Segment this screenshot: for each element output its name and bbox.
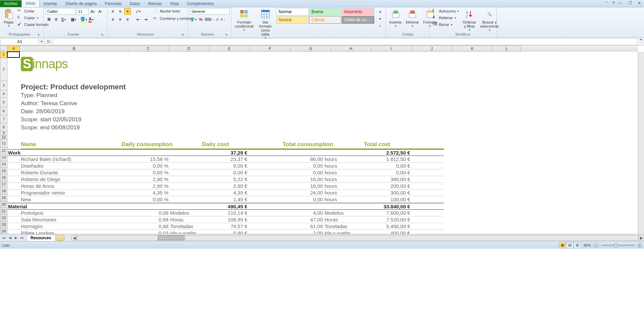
style-neutral[interactable]: Neutral (276, 16, 308, 24)
fill-color-button[interactable]: 🪣▼ (81, 16, 87, 23)
underline-button[interactable]: S▼ (60, 16, 67, 23)
align-bottom-button[interactable]: ≡ (124, 8, 131, 15)
col-header-J[interactable]: J (411, 46, 452, 52)
insert-cells-button[interactable]: Insertar▼ (388, 8, 403, 28)
increase-indent-button[interactable]: ⇥ (142, 16, 149, 23)
comma-format-button[interactable]: 000 (205, 16, 211, 23)
styles-more[interactable]: ≡ (377, 23, 384, 30)
style-calculation[interactable]: Cálculo (309, 16, 341, 24)
row-header-18[interactable]: 18 (0, 188, 7, 195)
row-header-20[interactable]: 20 (0, 201, 7, 208)
paste-button[interactable]: Pegar ▼ (2, 8, 15, 29)
row-header-6[interactable]: 6 (0, 107, 7, 115)
tab-diseño-de-página[interactable]: Diseño de página (61, 0, 101, 7)
align-center-button[interactable]: ≡ (117, 16, 123, 23)
col-header-K[interactable]: K (452, 46, 493, 52)
align-middle-button[interactable]: ≡ (117, 8, 123, 15)
help-icon[interactable]: ? (612, 1, 614, 5)
increase-font-button[interactable]: A▴ (89, 8, 96, 15)
hscroll-thumb[interactable] (158, 236, 185, 240)
col-header-F[interactable]: F (250, 46, 291, 52)
decrease-indent-button[interactable]: ⇤ (135, 16, 142, 23)
col-header-E[interactable]: E (209, 46, 250, 52)
row-header-3[interactable]: 3 (0, 81, 7, 90)
window-close-icon[interactable]: ✕ (636, 1, 643, 5)
align-right-button[interactable]: ≡ (124, 16, 131, 23)
percent-format-button[interactable]: % (197, 16, 204, 23)
align-top-button[interactable]: ≡ (109, 8, 116, 15)
font-launcher[interactable]: ⬊ (101, 33, 105, 37)
row-header-2[interactable]: 2 (0, 58, 7, 81)
fx-icon[interactable]: fx (44, 39, 53, 44)
cells-viewport[interactable]: Sinnaps Project: Product development Typ… (7, 52, 638, 234)
row-header-24[interactable]: 24 (0, 228, 7, 234)
name-box-dropdown[interactable]: ▾ (39, 39, 44, 44)
col-header-D[interactable]: D (168, 46, 209, 52)
col-header-L[interactable]: L (493, 46, 521, 52)
border-button[interactable]: ▦▼ (70, 16, 77, 23)
tab-revisar[interactable]: Revisar (144, 0, 166, 7)
sheet-nav-last[interactable]: ⏭ (19, 235, 25, 241)
row-header-8[interactable]: 8 (0, 123, 7, 131)
style-bad[interactable]: Incorrecto (342, 8, 374, 15)
conditional-format-button[interactable]: Formato condicional▼ (234, 8, 255, 32)
style-normal[interactable]: Normal (276, 8, 308, 15)
style-good[interactable]: Buena (309, 8, 341, 15)
horizontal-scrollbar[interactable] (77, 235, 639, 241)
row-header-23[interactable]: 23 (0, 221, 7, 228)
orientation-button[interactable]: ⤢▼ (135, 8, 142, 15)
row-header-5[interactable]: 5 (0, 98, 7, 107)
name-box-input[interactable] (1, 38, 39, 45)
bold-button[interactable]: N (46, 16, 52, 23)
clear-button[interactable]: ⌫Borrar▼ (432, 22, 460, 28)
italic-button[interactable]: K (53, 16, 60, 23)
zoom-slider[interactable] (601, 245, 635, 246)
window-restore-icon[interactable]: ❐ (627, 1, 633, 5)
zoom-in-button[interactable]: + (637, 243, 642, 248)
decrease-decimal-button[interactable]: .0→ (219, 16, 226, 23)
view-page-break-button[interactable]: ▥ (574, 242, 581, 248)
sheet-nav-prev[interactable]: ◀ (7, 235, 13, 241)
clipboard-launcher[interactable]: ⬊ (37, 33, 41, 37)
styles-scroll-down[interactable]: ▼ (377, 15, 384, 22)
decrease-font-button[interactable]: A▾ (97, 8, 103, 15)
select-all-corner[interactable] (0, 46, 7, 52)
tab-fórmulas[interactable]: Fórmulas (101, 0, 126, 7)
row-header-17[interactable]: 17 (0, 181, 7, 188)
delete-cells-button[interactable]: Eliminar▼ (404, 8, 420, 28)
row-header-12[interactable]: 12 (0, 148, 7, 154)
format-as-table-button[interactable]: Dar formato como tabla▼ (256, 8, 275, 40)
col-header-G[interactable]: G (291, 46, 331, 52)
tab-datos[interactable]: Datos (126, 0, 144, 7)
font-name-input[interactable] (46, 8, 76, 15)
styles-scroll-up[interactable]: ▲ (377, 8, 384, 15)
number-launcher[interactable]: ⬊ (225, 33, 229, 37)
find-select-button[interactable]: 🔍Buscar y seleccionar▼ (479, 8, 500, 32)
accounting-format-button[interactable]: 💲▼ (190, 16, 197, 23)
minimize-ribbon-icon[interactable]: ⌃ (603, 1, 610, 5)
new-sheet-button[interactable] (57, 235, 65, 241)
row-header-22[interactable]: 22 (0, 215, 7, 221)
view-page-layout-button[interactable]: ▤ (566, 242, 574, 248)
vertical-scrollbar[interactable] (638, 52, 644, 234)
zoom-percent[interactable]: 85% (584, 243, 591, 247)
style-check-cell[interactable]: Celda de co... (342, 16, 374, 24)
row-header-13[interactable]: 13 (0, 154, 7, 161)
font-size-input[interactable] (77, 8, 89, 15)
row-header-14[interactable]: 14 (0, 161, 7, 168)
align-left-button[interactable]: ≡ (109, 16, 116, 23)
window-minimize-icon[interactable]: ― (617, 1, 624, 5)
col-header-I[interactable]: I (371, 46, 411, 52)
zoom-thumb[interactable] (614, 243, 617, 247)
row-header-16[interactable]: 16 (0, 174, 7, 181)
row-header-15[interactable]: 15 (0, 168, 7, 174)
row-header-21[interactable]: 21 (0, 208, 7, 215)
autosum-button[interactable]: ΣAutosuma▼ (432, 8, 460, 14)
font-color-button[interactable]: A▼ (88, 16, 95, 23)
tab-file[interactable]: Archivo (0, 0, 21, 7)
sort-filter-button[interactable]: AZOrdenar y filtrar▼ (461, 8, 477, 32)
tab-complementos[interactable]: Complementos (183, 0, 218, 7)
zoom-out-button[interactable]: − (594, 243, 598, 248)
row-header-19[interactable]: 19 (0, 195, 7, 201)
sheet-nav-next[interactable]: ▶ (13, 235, 19, 241)
